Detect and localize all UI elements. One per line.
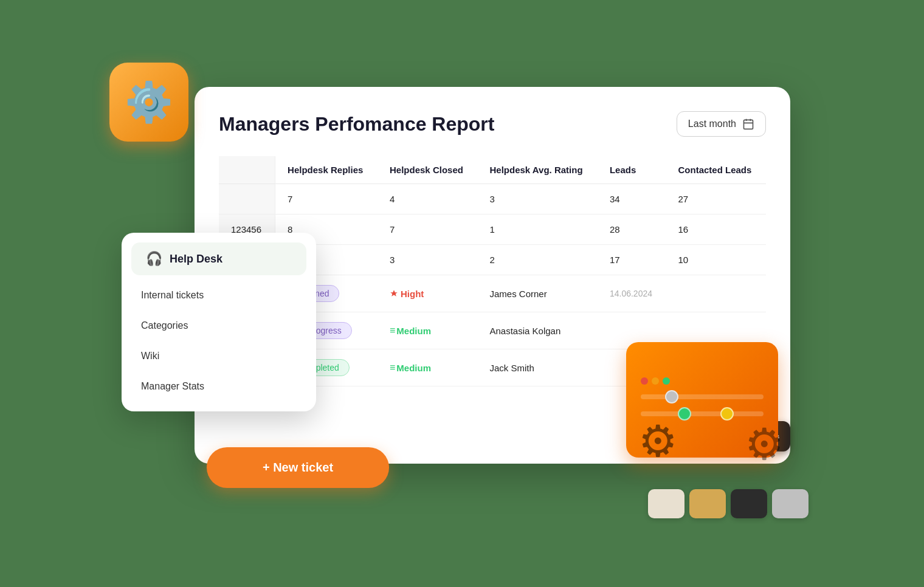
- date-filter-label: Last month: [688, 118, 736, 129]
- col-header-avg-rating: Helpdesk Avg. Rating: [478, 156, 598, 184]
- slider-handle-yellow: [720, 407, 734, 421]
- gear-decoration-icon: ⚙: [638, 416, 678, 467]
- contacted-cell: 27: [666, 184, 766, 215]
- window-dots: [641, 377, 764, 385]
- assignee-cell: Jack Smith: [478, 349, 598, 386]
- color-swatches-row: [648, 489, 808, 518]
- col-header-contacted: Contacted Leads: [666, 156, 766, 184]
- date-cell: 14.06.2024: [598, 275, 666, 312]
- priority-indicator: Hight: [390, 289, 465, 299]
- assignee-cell: James Corner: [478, 275, 598, 312]
- leads-cell: 34: [598, 184, 666, 215]
- replies-cell: 7: [275, 184, 378, 215]
- closed-cell: 7: [378, 215, 477, 245]
- sidebar-item-manager-stats[interactable]: Manager Stats: [126, 371, 311, 402]
- sidebar-item-categories[interactable]: Categories: [126, 311, 311, 341]
- priority-label: Medium: [396, 363, 431, 373]
- priority-indicator: ≡ Medium: [390, 362, 465, 373]
- assignee-cell: Anastasia Kolgan: [478, 312, 598, 349]
- sidebar-header-label: Help Desk: [170, 253, 222, 266]
- priority-cell: ≡ Medium: [378, 312, 477, 349]
- priority-cell: Hight: [378, 275, 477, 312]
- swatch-color[interactable]: [648, 489, 684, 518]
- avg-rating-cell: 2: [478, 245, 598, 275]
- sidebar-item-wiki[interactable]: Wiki: [126, 341, 311, 371]
- dot-red: [641, 377, 648, 385]
- col-header-closed: Helpdesk Closed: [378, 156, 477, 184]
- calendar-icon: [742, 118, 754, 130]
- closed-cell: 4: [378, 184, 477, 215]
- new-ticket-button[interactable]: + New ticket: [207, 447, 389, 488]
- slider-handle-green: [678, 407, 691, 421]
- gear-3d-icon: ⚙️: [109, 63, 188, 142]
- sidebar-item-internal-tickets[interactable]: Internal tickets: [126, 280, 311, 311]
- dot-orange: [652, 377, 659, 385]
- card-header: Managers Perfomance Report Last month: [219, 111, 766, 137]
- slider-handle-1: [665, 390, 678, 403]
- leads-cell: 17: [598, 245, 666, 275]
- report-title: Managers Perfomance Report: [219, 113, 494, 136]
- swatch-black[interactable]: [731, 489, 767, 518]
- table-row: 7 4 3 34 27: [219, 184, 766, 215]
- date-filter-button[interactable]: Last month: [677, 111, 766, 137]
- avg-rating-cell: 1: [478, 215, 598, 245]
- contacted-cell: 16: [666, 215, 766, 245]
- gear-decoration-icon-2: ⚙: [745, 419, 784, 470]
- swatch-clay[interactable]: [772, 489, 808, 518]
- extra-cell: [666, 275, 766, 312]
- col-header-id: [219, 156, 275, 184]
- leads-cell: 28: [598, 215, 666, 245]
- headset-icon: 🎧: [146, 251, 162, 267]
- priority-label: Hight: [401, 289, 424, 299]
- priority-indicator: ≡ Medium: [390, 325, 465, 336]
- dot-green: [663, 377, 670, 385]
- closed-cell: 3: [378, 245, 477, 275]
- contacted-cell: 10: [666, 245, 766, 275]
- sliders-3d-widget: ⚙ ⚙: [626, 342, 778, 464]
- priority-cell: ≡ Medium: [378, 349, 477, 386]
- col-header-leads: Leads: [598, 156, 666, 184]
- id-cell: [219, 184, 275, 215]
- swatch-gold[interactable]: [689, 489, 726, 518]
- slider-track-1: [641, 394, 764, 399]
- sidebar-header: 🎧 Help Desk: [131, 242, 306, 275]
- col-header-replies: Helpdesk Replies: [275, 156, 378, 184]
- gear-icon: ⚙️: [125, 80, 173, 125]
- priority-label: Medium: [396, 326, 431, 336]
- svg-rect-0: [744, 120, 753, 129]
- avg-rating-cell: 3: [478, 184, 598, 215]
- sidebar-card: 🎧 Help Desk Internal tickets Categories …: [122, 233, 316, 411]
